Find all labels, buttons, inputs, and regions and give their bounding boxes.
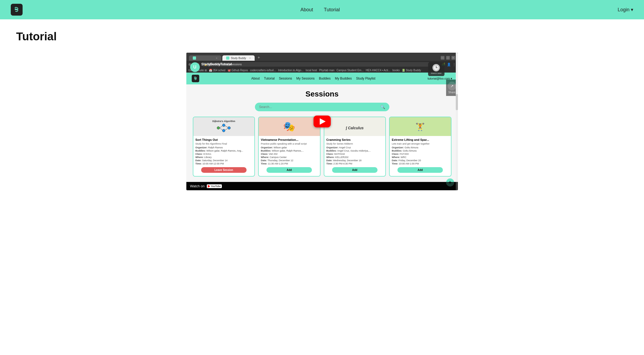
video-channel-title: StudyBuddyTutorial <box>201 62 232 66</box>
window-controls: — □ × <box>441 56 455 61</box>
tutorial-video[interactable]: × Study Buddy × + — □ × <box>186 53 458 190</box>
nav-about-link[interactable]: About <box>300 7 313 13</box>
inner-nav-buddies[interactable]: Buddies <box>319 77 330 80</box>
share-icon: ↗ <box>448 82 456 90</box>
bookmark-books[interactable]: books <box>393 69 400 72</box>
url-bar[interactable]: 🔒 idy-nine.vercel.app/sessions <box>201 62 430 67</box>
session-card-1: Dijkstra's Algorithm <box>193 117 255 177</box>
main-navbar: About Tutorial Login ▾ <box>0 0 644 19</box>
browser-tabs: × Study Buddy × + — □ × <box>189 54 455 61</box>
maximize-btn[interactable]: □ <box>446 56 450 60</box>
card-desc-2: Practice public speaking with a small sc… <box>261 142 318 145</box>
youtube-label: YouTube <box>211 185 221 188</box>
card-time-1: Time: 10:00 AM-12:00 PM <box>195 162 252 165</box>
clock-widget: Watch later <box>428 62 444 76</box>
close-window-btn[interactable]: × <box>451 56 455 60</box>
add-session-button-4[interactable]: Add <box>397 167 443 173</box>
card-image-3: ∫ Calculus <box>324 117 386 136</box>
card-image-4: 🏋️ <box>390 117 451 136</box>
inner-nav-links: About Tutorial Sessions My Sessions Budd… <box>251 77 375 80</box>
inner-nav-study-playlist[interactable]: Study Playlist <box>356 77 375 80</box>
card-title-2: Vietnamese Presentation... <box>261 138 318 141</box>
card-organizer-1: Organizer: Ralph Ramos <box>195 146 252 149</box>
navbar-links: About Tutorial <box>300 7 340 13</box>
bookmark-github[interactable]: 🐙 Github Repos <box>227 69 248 72</box>
browser-tab-inactive[interactable]: × <box>189 55 221 61</box>
card-image-2: 🎭 <box>259 117 320 136</box>
svg-line-7 <box>225 128 228 130</box>
browser-tab-active[interactable]: Study Buddy × <box>222 55 255 61</box>
card-title-1: Sort Things Out <box>195 138 252 141</box>
bookmark-studybuddy[interactable]: 📗 Study Buddy <box>402 69 421 72</box>
watch-on-youtube-bar[interactable]: Watch on YouTube <box>186 182 458 190</box>
card-where-4: Where: WRC <box>392 156 449 159</box>
bookmark-codercrafters[interactable]: codercrafters-io/buil... <box>250 69 276 72</box>
sessions-search-input[interactable] <box>259 105 380 109</box>
svg-line-6 <box>225 126 228 127</box>
minimize-btn[interactable]: — <box>441 56 444 60</box>
inner-nav-my-sessions[interactable]: My Sessions <box>296 77 315 80</box>
card-time-2: Time: 11:30 AM-1:20 PM <box>261 162 318 165</box>
play-button-overlay[interactable] <box>314 116 331 127</box>
watch-later-label[interactable]: Watch later <box>431 72 442 74</box>
bookmark-campus[interactable]: Campus Student Em... <box>337 69 364 72</box>
card-desc-1: Study for the Algorithms Final <box>195 142 252 145</box>
bookmark-hex[interactable]: HEX-HACC4 • Acti... <box>366 69 390 72</box>
svg-point-2 <box>222 129 225 132</box>
card-organizer-3: Organizer: Angel Cruz <box>326 146 383 149</box>
card-where-2: Where: Campus Center <box>261 156 318 159</box>
browser-chrome: × Study Buddy × + — □ × <box>186 53 458 61</box>
inner-nav-tutorial[interactable]: Tutorial <box>264 77 275 80</box>
add-session-button-3[interactable]: Add <box>332 167 378 173</box>
share-button[interactable]: ↗ Share <box>448 82 456 94</box>
login-button[interactable]: Login ▾ <box>618 7 633 13</box>
navbar-right: Login ▾ <box>618 7 633 13</box>
bookmark-intro[interactable]: Introduction.to.Algo... <box>278 69 304 72</box>
bookmark-localhost[interactable]: local host <box>306 69 317 72</box>
card-class-3: Class: MATH242 <box>326 153 383 155</box>
card-time-4: Time: 10:00 AM-1:00 PM <box>392 162 449 165</box>
scrollbar-track[interactable] <box>456 53 458 190</box>
session-card-4: 🏋️ Extreme Lifting and Spar... Lets trai… <box>389 117 451 177</box>
leave-session-button-1[interactable]: Leave Session <box>201 167 247 173</box>
tab-label-active: Study Buddy <box>231 57 246 60</box>
svg-point-0 <box>217 127 220 129</box>
logo-container <box>11 4 23 16</box>
new-tab-button[interactable]: + <box>256 54 262 61</box>
card-body-1: Sort Things Out Study for the Algorithms… <box>193 136 255 176</box>
page-content: Tutorial × Study Buddy × + — □ <box>0 19 644 201</box>
sessions-search-bar[interactable]: 🔍 <box>255 103 389 111</box>
card-body-4: Extreme Lifting and Spar... Lets train a… <box>390 136 451 176</box>
page-title: Tutorial <box>16 30 628 43</box>
inner-nav-my-buddies[interactable]: My Buddies <box>335 77 352 80</box>
share-label: Share <box>448 91 456 94</box>
inner-nav-sessions[interactable]: Sessions <box>279 77 292 80</box>
nav-tutorial-link[interactable]: Tutorial <box>324 7 340 13</box>
svg-point-3 <box>228 127 230 129</box>
card-organizer-2: Organizer: Wilson galar <box>261 146 318 149</box>
add-session-button-2[interactable]: Add <box>266 167 312 173</box>
bookmark-phyrtab[interactable]: Phyrtab man <box>319 69 335 72</box>
play-button[interactable] <box>314 116 331 127</box>
card-buddies-1: Buddies: Wilson galar, Ralph Ramos, Ang.… <box>195 149 252 152</box>
card-buddies-3: Buddies: Angel Cruz, rizzuku midoriya,..… <box>326 149 383 152</box>
clock-face <box>432 64 440 71</box>
scrollbar-thumb[interactable] <box>456 94 458 110</box>
inner-logo <box>192 75 199 82</box>
profile-icon[interactable]: 👤 <box>447 63 451 66</box>
inner-nav-about[interactable]: About <box>251 77 259 80</box>
tab-close-inactive[interactable]: × <box>216 57 218 60</box>
card-buddies-4: Buddies: Goku kimura <box>392 149 449 152</box>
watch-on-label: Watch on <box>190 184 205 188</box>
card-buddies-2: Buddies: Wilson galar, Ralph Ramos,... <box>261 149 318 152</box>
card-organizer-4: Organizer: Goku kimura <box>392 146 449 149</box>
yt-play-icon <box>208 185 210 188</box>
bookmark-sched[interactable]: 📅 354 sched <box>209 69 225 72</box>
menu-icon[interactable]: ⋮ <box>453 63 456 66</box>
card-where-1: Where: Library <box>195 156 252 159</box>
card-class-2: Class: Viet 202 <box>261 153 318 155</box>
card-image-1: Dijkstra's Algorithm <box>193 117 255 136</box>
tab-favicon <box>193 56 196 60</box>
sessions-page-title: Sessions <box>192 90 453 98</box>
tab-close-active[interactable]: × <box>249 57 251 60</box>
